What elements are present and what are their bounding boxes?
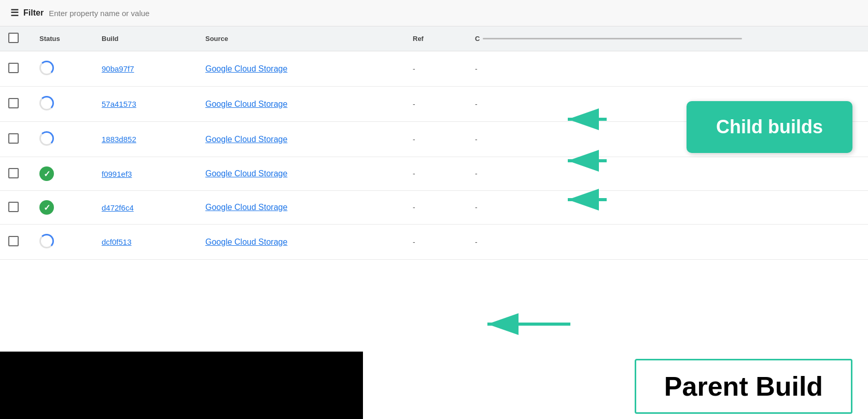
row-checkbox[interactable]	[8, 236, 19, 246]
ref-value: -	[413, 135, 415, 144]
c-value: -	[475, 238, 478, 246]
ref-value: -	[413, 170, 415, 178]
c-value: -	[475, 170, 478, 178]
scroll-indicator	[483, 38, 742, 39]
build-id-link[interactable]: 90ba97f7	[102, 64, 134, 73]
source-link[interactable]: Google Cloud Storage	[205, 64, 287, 73]
build-id-link[interactable]: 1883d852	[102, 135, 136, 144]
ref-value: -	[413, 203, 415, 212]
row-checkbox[interactable]	[8, 168, 19, 178]
status-success-icon: ✓	[39, 200, 54, 215]
ref-value: -	[413, 238, 415, 246]
filter-icon: ☰	[10, 7, 18, 19]
source-link[interactable]: Google Cloud Storage	[205, 203, 287, 212]
child-builds-label: Child builds	[716, 116, 823, 138]
c-value: -	[475, 203, 478, 212]
status-spinner-icon	[39, 61, 54, 75]
status-spinner-icon	[39, 234, 54, 248]
build-column-header: Build	[93, 26, 197, 51]
filter-input[interactable]	[49, 9, 204, 18]
c-value: -	[475, 135, 478, 144]
status-spinner-icon	[39, 96, 54, 110]
source-column-header: Source	[197, 26, 404, 51]
status-success-icon: ✓	[39, 166, 54, 181]
build-id-link[interactable]: d472f6c4	[102, 203, 134, 212]
build-id-link[interactable]: f0991ef3	[102, 170, 132, 178]
table-row: dcf0f513Google Cloud Storage--	[0, 225, 868, 260]
filter-label: Filter	[23, 8, 44, 18]
ref-value: -	[413, 65, 415, 73]
row-checkbox[interactable]	[8, 202, 19, 212]
build-id-link[interactable]: 57a41573	[102, 100, 136, 108]
table-row: 90ba97f7Google Cloud Storage--	[0, 51, 868, 87]
row-checkbox[interactable]	[8, 63, 19, 73]
source-link[interactable]: Google Cloud Storage	[205, 169, 287, 178]
source-link[interactable]: Google Cloud Storage	[205, 238, 287, 246]
parent-build-callout: Parent Build	[635, 359, 852, 414]
build-id-link[interactable]: dcf0f513	[102, 238, 132, 246]
parent-build-label: Parent Build	[664, 371, 823, 401]
c-column-header: C	[467, 26, 868, 51]
source-link[interactable]: Google Cloud Storage	[205, 100, 287, 108]
table-row: ✓f0991ef3Google Cloud Storage--	[0, 157, 868, 191]
status-spinner-icon	[39, 131, 54, 146]
select-all-checkbox[interactable]	[8, 33, 19, 43]
table-body: 90ba97f7Google Cloud Storage--57a41573Go…	[0, 51, 868, 260]
black-bar	[0, 352, 363, 419]
c-value: -	[475, 65, 478, 73]
select-all-header[interactable]	[0, 26, 31, 51]
status-column-header: Status	[31, 26, 93, 51]
table-row: ✓d472f6c4Google Cloud Storage--	[0, 191, 868, 225]
ref-value: -	[413, 100, 415, 108]
c-value: -	[475, 100, 478, 108]
ref-column-header: Ref	[404, 26, 467, 51]
table-header-row: Status Build Source Ref C	[0, 26, 868, 51]
filter-bar: ☰ Filter	[0, 0, 868, 26]
child-builds-callout: Child builds	[687, 101, 852, 153]
row-checkbox[interactable]	[8, 98, 19, 108]
source-link[interactable]: Google Cloud Storage	[205, 135, 287, 144]
row-checkbox[interactable]	[8, 133, 19, 144]
